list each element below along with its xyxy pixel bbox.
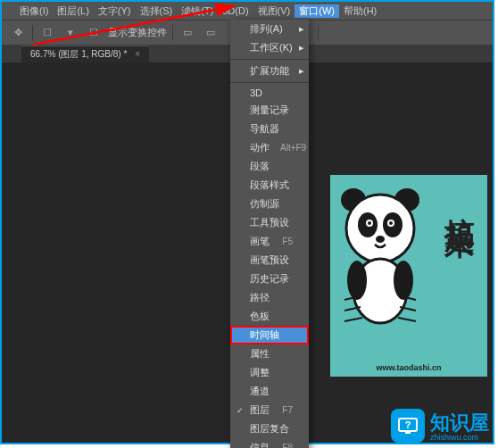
menu-item[interactable]: 段落 [230, 157, 309, 176]
svg-text:?: ? [405, 419, 411, 430]
menu-item[interactable]: 动作Alt+F9 [230, 138, 309, 157]
dropdown-icon[interactable]: ▾ [62, 24, 79, 42]
menu-layer[interactable]: 图层(L) [53, 4, 93, 18]
watermark: ? 知识屋 zhishiwu.com [391, 409, 489, 443]
menu-item[interactable]: 画笔F5 [230, 232, 309, 251]
menu-select[interactable]: 选择(S) [136, 4, 178, 18]
svg-rect-15 [405, 431, 411, 434]
menu-item[interactable]: 通道 [230, 382, 309, 401]
menu-item[interactable]: 历史记录 [230, 270, 309, 288]
menu-item[interactable]: 仿制源 [230, 195, 309, 213]
panda-illustration [336, 184, 434, 336]
svg-point-2 [346, 195, 414, 262]
menu-view[interactable]: 视图(V) [253, 4, 295, 18]
menu-window[interactable]: 窗口(W) [295, 4, 339, 18]
document-tab[interactable]: 66.7% (图层 1, RGB/8) * × [21, 46, 149, 62]
menu-item[interactable]: 信息F8 [230, 438, 309, 448]
menu-separator [230, 59, 309, 60]
menu-item[interactable]: 扩展功能 [230, 62, 309, 80]
svg-point-8 [389, 221, 393, 225]
menu-filter[interactable]: 滤镜(T) [177, 4, 218, 18]
divider [318, 25, 319, 41]
move-tool-icon[interactable]: ✥ [9, 24, 27, 42]
align-icon[interactable]: ▭ [202, 24, 220, 42]
menu-item[interactable]: 工具预设 [230, 213, 309, 232]
menu-item[interactable]: ✓图层F7 [230, 401, 309, 419]
auto-select-checkbox[interactable]: ☐ [38, 24, 56, 42]
divider [32, 25, 33, 41]
canvas-document[interactable]: 搞起来 www.taodashi.cn [330, 175, 487, 377]
menu-item[interactable]: 段落样式 [230, 176, 309, 195]
svg-point-9 [376, 236, 385, 243]
close-icon[interactable]: × [135, 49, 140, 59]
menu-image[interactable]: 图像(I) [15, 4, 53, 18]
menu-text[interactable]: 文字(Y) [94, 4, 136, 18]
menubar: 图像(I) 图层(L) 文字(Y) 选择(S) 滤镜(T) 3D(D) 视图(V… [2, 2, 493, 20]
canvas-headline: 搞起来 [439, 193, 480, 209]
menu-help[interactable]: 帮助(H) [339, 4, 381, 18]
menu-item[interactable]: 3D [230, 85, 309, 101]
menu-item[interactable]: 属性 [230, 344, 309, 363]
window-menu-dropdown: 排列(A)工作区(K)扩展功能3D测量记录导航器动作Alt+F9段落段落样式仿制… [230, 20, 309, 448]
divider [172, 25, 173, 41]
menu-item[interactable]: 画笔预设 [230, 251, 309, 270]
menu-item[interactable]: 图层复合 [230, 419, 309, 438]
transform-label: 显示变换控件 [108, 26, 167, 39]
canvas-url: www.taodashi.cn [330, 363, 487, 372]
svg-point-6 [368, 221, 371, 225]
menu-item[interactable]: 色板 [230, 307, 309, 326]
tab-title: 66.7% (图层 1, RGB/8) * [30, 49, 127, 59]
menu-item[interactable]: 测量记录 [230, 101, 309, 120]
menu-item[interactable]: 排列(A) [230, 20, 309, 38]
menu-item[interactable]: 路径 [230, 288, 309, 307]
menu-item[interactable]: 工作区(K) [230, 38, 309, 57]
app-window: 图像(I) 图层(L) 文字(Y) 选择(S) 滤镜(T) 3D(D) 视图(V… [0, 0, 494, 444]
menu-3d[interactable]: 3D(D) [218, 5, 253, 16]
watermark-logo-icon: ? [391, 409, 425, 443]
menu-item[interactable]: 导航器 [230, 120, 309, 138]
svg-point-11 [347, 261, 367, 300]
menu-item[interactable]: 时间轴 [230, 326, 309, 344]
menu-separator [230, 82, 309, 83]
menu-item[interactable]: 调整 [230, 363, 309, 382]
svg-point-12 [394, 261, 413, 300]
transform-checkbox[interactable]: ☐ [85, 24, 103, 42]
align-icon[interactable]: ▭ [178, 24, 196, 42]
